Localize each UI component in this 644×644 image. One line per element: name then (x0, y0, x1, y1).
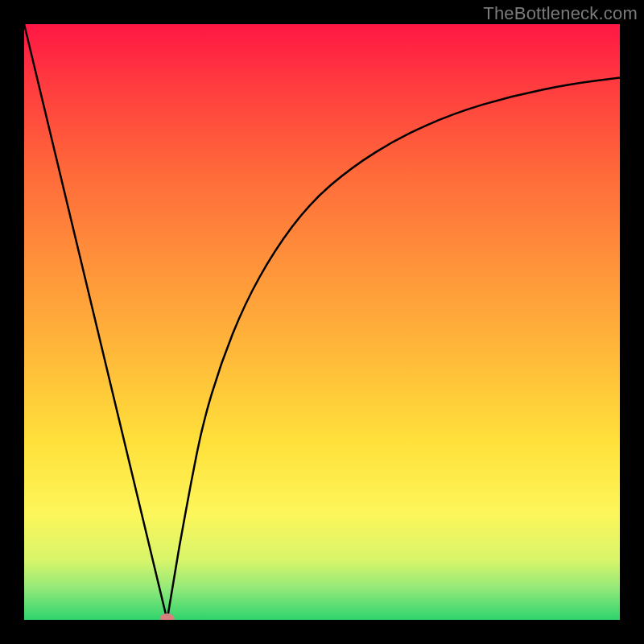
gradient-background (24, 24, 620, 620)
chart-frame: TheBottleneck.com (0, 0, 644, 644)
attribution-text: TheBottleneck.com (483, 3, 638, 24)
bottleneck-curve-chart (24, 24, 620, 620)
plot-area (24, 24, 620, 620)
